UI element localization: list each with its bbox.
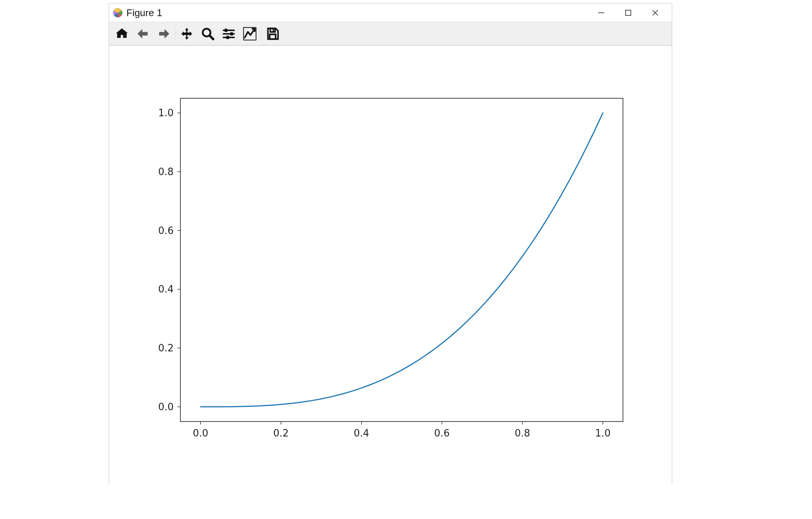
- separator: [175, 25, 176, 43]
- back-button[interactable]: [132, 23, 153, 44]
- svg-rect-16: [273, 29, 274, 31]
- figure-window: Figure 1: [109, 3, 672, 484]
- minimize-button[interactable]: [588, 4, 615, 22]
- zoom-button[interactable]: [197, 23, 218, 44]
- arrow-right-icon: [157, 27, 171, 41]
- axes-box: [180, 98, 623, 422]
- x-tick-label: 1.0: [595, 428, 611, 439]
- y-tick-label: 0.0: [158, 401, 174, 412]
- save-icon: [266, 27, 280, 41]
- plot-svg: 0.00.20.40.60.81.00.00.20.40.60.81.0: [109, 46, 672, 485]
- titlebar: Figure 1: [109, 4, 672, 22]
- minimize-icon: [597, 9, 605, 16]
- pan-button[interactable]: [176, 23, 197, 44]
- maximize-icon: [624, 9, 632, 16]
- save-button[interactable]: [262, 23, 283, 44]
- svg-rect-10: [225, 29, 227, 32]
- series-line: [201, 113, 603, 407]
- separator: [261, 25, 261, 43]
- y-tick-label: 0.4: [158, 284, 174, 295]
- home-button[interactable]: [111, 23, 132, 44]
- svg-rect-2: [626, 10, 631, 15]
- matplotlib-icon: [113, 8, 123, 18]
- chart-line-icon: [242, 26, 257, 41]
- y-tick-label: 1.0: [158, 107, 174, 118]
- plot-canvas[interactable]: 0.00.20.40.60.81.00.00.20.40.60.81.0: [109, 46, 672, 485]
- title-left: Figure 1: [113, 7, 162, 19]
- x-tick-label: 0.8: [515, 428, 530, 439]
- svg-line-6: [210, 36, 213, 39]
- svg-rect-11: [230, 32, 233, 36]
- edit-axis-button[interactable]: [239, 23, 260, 44]
- y-tick-label: 0.6: [158, 225, 174, 236]
- svg-rect-12: [227, 36, 229, 39]
- window-title: Figure 1: [126, 7, 162, 19]
- zoom-icon: [201, 27, 215, 41]
- y-tick-label: 0.2: [158, 342, 174, 354]
- configure-subplots-button[interactable]: [218, 23, 239, 44]
- close-button[interactable]: [642, 4, 669, 22]
- svg-rect-15: [270, 34, 276, 39]
- move-icon: [180, 27, 194, 41]
- x-tick-label: 0.2: [273, 428, 289, 439]
- x-tick-label: 0.0: [193, 428, 208, 439]
- forward-button[interactable]: [153, 23, 174, 44]
- home-icon: [115, 27, 129, 41]
- close-icon: [651, 9, 659, 16]
- sliders-icon: [222, 27, 236, 41]
- x-tick-label: 0.4: [354, 428, 369, 439]
- x-tick-label: 0.6: [434, 428, 450, 439]
- window-controls: [588, 4, 669, 22]
- arrow-left-icon: [136, 27, 150, 41]
- maximize-button[interactable]: [615, 4, 642, 22]
- y-tick-label: 0.8: [158, 166, 174, 177]
- toolbar: [109, 22, 672, 46]
